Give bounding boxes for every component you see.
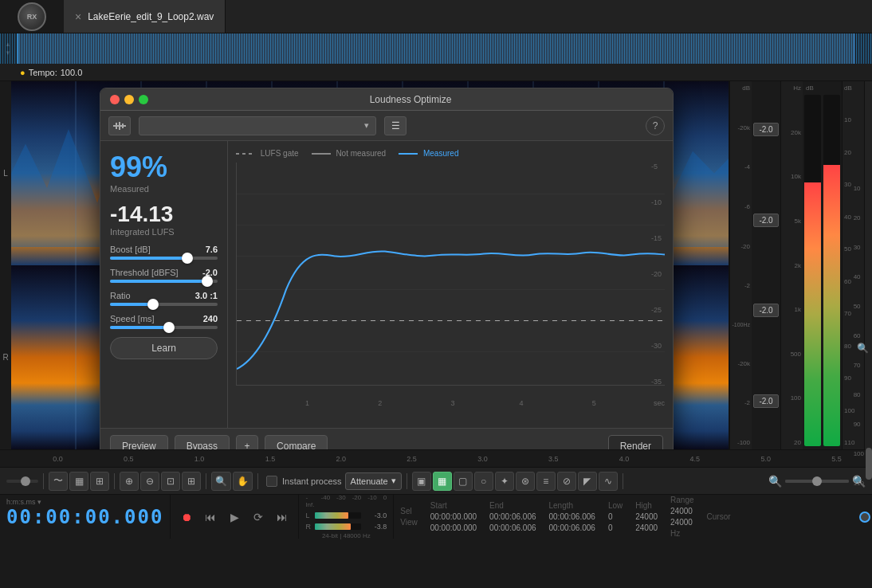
level-meter-R-bar: [315, 523, 361, 530]
end-info-group: End 00:00:06.006 00:00:06.006: [489, 501, 536, 532]
render-button[interactable]: Render: [608, 435, 663, 450]
ratio-slider-thumb[interactable]: [147, 299, 159, 310]
rect-select-button[interactable]: ▢: [454, 472, 473, 491]
menu-icon-button[interactable]: ☰: [384, 116, 407, 135]
zoom-selection-button[interactable]: ⊞: [182, 472, 201, 491]
waveform-pencil-button[interactable]: ∿: [599, 472, 618, 491]
go-to-end-button[interactable]: ⏭: [273, 508, 292, 527]
preview-button[interactable]: Preview: [110, 435, 168, 450]
compare-button[interactable]: Compare: [265, 435, 328, 450]
level-meters-bottom: -Inf. -40 -30 -20 -10 0 L -3.0 R -3.8 24…: [299, 495, 393, 539]
level-scale-minus40: -40: [321, 494, 331, 508]
lasso-select-button[interactable]: ○: [474, 472, 493, 491]
toolbar-separator-5: [407, 473, 407, 489]
y-label-15: -15: [651, 234, 662, 242]
threshold-slider-fill: [110, 280, 207, 283]
threshold-slider-thumb[interactable]: [202, 276, 213, 287]
right-db-10: 10: [844, 116, 862, 123]
speed-slider[interactable]: [110, 326, 218, 329]
harmonic-select-button[interactable]: ⊛: [516, 472, 535, 491]
toolbar-separator-6: [623, 473, 623, 489]
magic-select-button[interactable]: ✦: [495, 472, 514, 491]
modules-view-button[interactable]: ⊞: [90, 472, 109, 491]
spectrogram-view-button[interactable]: ▦: [69, 472, 88, 491]
length-label: Length: [549, 501, 574, 510]
speed-slider-thumb[interactable]: [163, 322, 175, 333]
modal-title: Loudness Optimize: [158, 94, 663, 105]
play-button[interactable]: ▶: [225, 508, 244, 527]
position-info-group: Sel View: [400, 507, 418, 527]
ratio-param: Ratio 3.0 :1: [110, 291, 218, 306]
preset-dropdown[interactable]: ▾: [139, 116, 376, 135]
help-button[interactable]: ?: [646, 116, 665, 135]
db-scale-minus4: -4: [732, 163, 750, 171]
hz-label: Hz: [670, 529, 680, 538]
toolbar-separator-3: [206, 473, 206, 489]
meter-80: 80: [854, 391, 864, 398]
attenuate-dropdown[interactable]: Attenuate ▾: [345, 472, 402, 490]
active-tab[interactable]: × LakeEerie_edit_9_Loop2.wav: [64, 0, 226, 33]
low-info-group: Low 0 0: [608, 501, 623, 532]
logo-area: RX: [0, 0, 64, 33]
level-meter-R-row: R -3.8: [305, 523, 387, 531]
freq-select-button[interactable]: ▦: [433, 472, 452, 491]
scroll-indicator[interactable]: [859, 512, 870, 523]
zoom-horizontal-thumb[interactable]: [812, 476, 822, 486]
low-label: Low: [608, 501, 623, 510]
record-button[interactable]: ⏺: [177, 508, 196, 527]
zoom-slider-left-thumb[interactable]: [21, 476, 30, 486]
threshold-slider[interactable]: [110, 280, 218, 283]
loop-button[interactable]: ⟳: [249, 508, 268, 527]
learn-button[interactable]: Learn: [110, 337, 218, 359]
close-window-button[interactable]: [110, 95, 120, 104]
integrated-lufs-value: -14.13: [110, 202, 218, 227]
maximize-window-button[interactable]: [139, 95, 148, 104]
plus-button[interactable]: +: [236, 435, 258, 450]
value-box-2: -2.0: [753, 214, 778, 227]
lufs-gate-label: LUFS gate: [236, 149, 299, 158]
tempo-dot-icon: ●: [20, 68, 26, 77]
ratio-value: 3.0 :1: [195, 291, 218, 300]
freq-20: 20: [783, 439, 801, 446]
boost-slider[interactable]: [110, 257, 218, 260]
channel-L-label: L: [0, 81, 11, 265]
pan-button[interactable]: ✋: [233, 472, 253, 491]
minimize-window-button[interactable]: [124, 95, 134, 104]
waveform-container[interactable]: L R Loudness Optimize: [0, 81, 729, 449]
time-select-button[interactable]: ▣: [412, 472, 431, 491]
zoom-slider-left[interactable]: [6, 480, 38, 483]
go-to-start-button[interactable]: ⏮: [201, 508, 220, 527]
level-scale-minus30: -30: [336, 494, 346, 508]
selection-tools: 🔍 ✋: [211, 472, 253, 491]
zoom-fit-button[interactable]: ⊡: [161, 472, 180, 491]
boost-slider-thumb[interactable]: [182, 253, 193, 264]
zoom-out-icon[interactable]: 🔍: [768, 475, 782, 488]
ratio-slider-fill: [110, 303, 153, 306]
overview-selection[interactable]: [18, 33, 854, 64]
threshold-label: Threshold [dBFS]: [110, 268, 179, 277]
waveform-view-button[interactable]: 〜: [49, 472, 68, 491]
time-format-arrow: ▾: [37, 498, 41, 506]
magnify-button[interactable]: 🔍: [211, 472, 231, 491]
waveform-icon-button[interactable]: [108, 116, 131, 135]
tab-close-icon[interactable]: ×: [75, 10, 81, 23]
brush-button[interactable]: ⊘: [557, 472, 576, 491]
time-format-selector[interactable]: h:m:s.ms ▾: [6, 498, 163, 506]
tempo-bar: ● Tempo: 100.0: [0, 64, 872, 81]
level-scale-minus20: -20: [352, 494, 362, 508]
bypass-button[interactable]: Bypass: [175, 435, 230, 450]
tempo-label: Tempo:: [29, 68, 57, 77]
length-info-group: Length 00:00:06.006 00:00:06.006: [549, 501, 595, 532]
db-scale-minus20k: -20k: [732, 124, 750, 131]
zoom-out-button[interactable]: ⊖: [140, 472, 159, 491]
instant-process-checkbox[interactable]: [266, 476, 277, 487]
not-measured-line-icon: [312, 153, 331, 155]
boost-slider-fill: [110, 257, 187, 260]
ratio-slider[interactable]: [110, 303, 218, 306]
zoom-in-button[interactable]: ⊕: [120, 472, 139, 491]
pencil-button[interactable]: ◤: [578, 472, 597, 491]
eq-button[interactable]: ≡: [536, 472, 556, 491]
zoom-horizontal-slider[interactable]: [785, 480, 849, 483]
vertical-scrollbar-thumb[interactable]: [866, 448, 872, 480]
zoom-out-bottom-icon[interactable]: 🔍: [857, 343, 869, 354]
